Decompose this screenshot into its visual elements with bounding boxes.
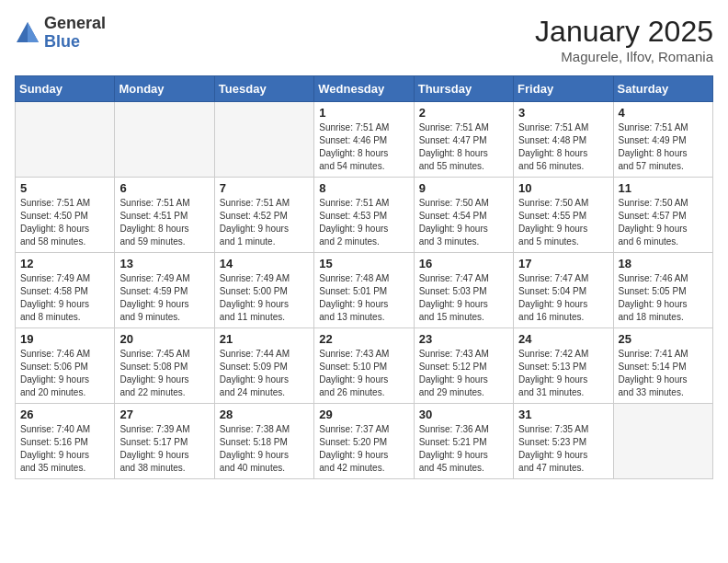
calendar-cell: 17Sunrise: 7:47 AM Sunset: 5:04 PM Dayli… — [514, 253, 613, 328]
day-number: 9 — [419, 181, 508, 195]
weekday-header-friday: Friday — [514, 76, 613, 102]
day-number: 13 — [119, 257, 209, 270]
svg-marker-1 — [28, 22, 39, 42]
calendar-cell: 14Sunrise: 7:49 AM Sunset: 5:00 PM Dayli… — [214, 253, 313, 328]
week-row-1: 5Sunrise: 7:51 AM Sunset: 4:50 PM Daylig… — [16, 178, 713, 253]
calendar-subtitle: Magurele, Ilfov, Romania — [535, 49, 713, 64]
day-number: 26 — [20, 408, 109, 421]
calendar-cell: 29Sunrise: 7:37 AM Sunset: 5:20 PM Dayli… — [314, 404, 414, 479]
day-info: Sunrise: 7:47 AM Sunset: 5:04 PM Dayligh… — [518, 272, 608, 324]
calendar-cell: 9Sunrise: 7:50 AM Sunset: 4:54 PM Daylig… — [414, 178, 513, 253]
day-info: Sunrise: 7:37 AM Sunset: 5:20 PM Dayligh… — [319, 423, 408, 475]
day-info: Sunrise: 7:46 AM Sunset: 5:06 PM Dayligh… — [20, 348, 109, 399]
calendar-cell: 22Sunrise: 7:43 AM Sunset: 5:10 PM Dayli… — [314, 328, 414, 404]
day-info: Sunrise: 7:51 AM Sunset: 4:51 PM Dayligh… — [119, 197, 209, 248]
day-number: 8 — [319, 181, 408, 195]
day-number: 28 — [220, 408, 309, 421]
day-info: Sunrise: 7:42 AM Sunset: 5:13 PM Dayligh… — [518, 348, 608, 399]
day-info: Sunrise: 7:48 AM Sunset: 5:01 PM Dayligh… — [319, 272, 408, 324]
day-number: 3 — [518, 106, 608, 120]
calendar-cell: 12Sunrise: 7:49 AM Sunset: 4:58 PM Dayli… — [16, 253, 115, 328]
calendar-cell: 26Sunrise: 7:40 AM Sunset: 5:16 PM Dayli… — [16, 404, 115, 479]
day-number: 30 — [419, 408, 508, 421]
calendar-cell — [613, 404, 712, 479]
day-number: 24 — [518, 332, 608, 346]
logo-icon — [15, 20, 40, 46]
calendar-cell: 21Sunrise: 7:44 AM Sunset: 5:09 PM Dayli… — [214, 328, 313, 404]
calendar-cell: 3Sunrise: 7:51 AM Sunset: 4:48 PM Daylig… — [514, 102, 613, 178]
day-number: 7 — [220, 181, 309, 195]
day-number: 18 — [619, 257, 708, 270]
week-row-3: 19Sunrise: 7:46 AM Sunset: 5:06 PM Dayli… — [16, 328, 713, 404]
day-number: 12 — [20, 257, 109, 270]
calendar-cell: 30Sunrise: 7:36 AM Sunset: 5:21 PM Dayli… — [414, 404, 513, 479]
day-number: 5 — [20, 181, 109, 195]
calendar-cell: 8Sunrise: 7:51 AM Sunset: 4:53 PM Daylig… — [314, 178, 414, 253]
calendar-cell — [16, 102, 115, 178]
calendar-cell: 11Sunrise: 7:50 AM Sunset: 4:57 PM Dayli… — [613, 178, 712, 253]
day-info: Sunrise: 7:51 AM Sunset: 4:52 PM Dayligh… — [220, 197, 309, 248]
day-info: Sunrise: 7:38 AM Sunset: 5:18 PM Dayligh… — [220, 423, 309, 475]
weekday-header-tuesday: Tuesday — [214, 76, 313, 102]
calendar-cell — [115, 102, 214, 178]
page-header: General Blue January 2025 Magurele, Ilfo… — [15, 15, 713, 64]
day-info: Sunrise: 7:41 AM Sunset: 5:14 PM Dayligh… — [619, 348, 708, 399]
day-number: 31 — [518, 408, 608, 421]
day-info: Sunrise: 7:39 AM Sunset: 5:17 PM Dayligh… — [119, 423, 209, 475]
day-number: 15 — [319, 257, 408, 270]
day-number: 2 — [419, 106, 508, 120]
calendar-cell: 4Sunrise: 7:51 AM Sunset: 4:49 PM Daylig… — [613, 102, 712, 178]
day-info: Sunrise: 7:44 AM Sunset: 5:09 PM Dayligh… — [220, 348, 309, 399]
calendar-cell: 2Sunrise: 7:51 AM Sunset: 4:47 PM Daylig… — [414, 102, 513, 178]
day-info: Sunrise: 7:49 AM Sunset: 4:59 PM Dayligh… — [119, 272, 209, 324]
day-info: Sunrise: 7:36 AM Sunset: 5:21 PM Dayligh… — [419, 423, 508, 475]
day-info: Sunrise: 7:51 AM Sunset: 4:48 PM Dayligh… — [518, 121, 608, 173]
day-number: 27 — [119, 408, 209, 421]
day-info: Sunrise: 7:50 AM Sunset: 4:54 PM Dayligh… — [419, 197, 508, 248]
calendar-cell: 10Sunrise: 7:50 AM Sunset: 4:55 PM Dayli… — [514, 178, 613, 253]
day-info: Sunrise: 7:43 AM Sunset: 5:10 PM Dayligh… — [319, 348, 408, 399]
calendar-cell: 28Sunrise: 7:38 AM Sunset: 5:18 PM Dayli… — [214, 404, 313, 479]
day-info: Sunrise: 7:51 AM Sunset: 4:47 PM Dayligh… — [419, 121, 508, 173]
logo: General Blue — [15, 15, 106, 52]
day-number: 1 — [319, 106, 408, 120]
day-info: Sunrise: 7:46 AM Sunset: 5:05 PM Dayligh… — [619, 272, 708, 324]
day-info: Sunrise: 7:51 AM Sunset: 4:53 PM Dayligh… — [319, 197, 408, 248]
day-number: 14 — [220, 257, 309, 270]
day-info: Sunrise: 7:50 AM Sunset: 4:57 PM Dayligh… — [619, 197, 708, 248]
day-info: Sunrise: 7:49 AM Sunset: 4:58 PM Dayligh… — [20, 272, 109, 324]
calendar-title: January 2025 — [535, 15, 713, 49]
day-info: Sunrise: 7:51 AM Sunset: 4:46 PM Dayligh… — [319, 121, 408, 173]
day-number: 22 — [319, 332, 408, 346]
day-info: Sunrise: 7:51 AM Sunset: 4:49 PM Dayligh… — [619, 121, 708, 173]
calendar-cell: 7Sunrise: 7:51 AM Sunset: 4:52 PM Daylig… — [214, 178, 313, 253]
day-number: 29 — [319, 408, 408, 421]
calendar-table: SundayMondayTuesdayWednesdayThursdayFrid… — [15, 75, 713, 479]
day-number: 10 — [518, 181, 608, 195]
calendar-cell: 20Sunrise: 7:45 AM Sunset: 5:08 PM Dayli… — [115, 328, 214, 404]
calendar-cell — [214, 102, 313, 178]
day-info: Sunrise: 7:45 AM Sunset: 5:08 PM Dayligh… — [119, 348, 209, 399]
calendar-cell: 25Sunrise: 7:41 AM Sunset: 5:14 PM Dayli… — [613, 328, 712, 404]
calendar-cell: 15Sunrise: 7:48 AM Sunset: 5:01 PM Dayli… — [314, 253, 414, 328]
day-number: 23 — [419, 332, 508, 346]
title-block: January 2025 Magurele, Ilfov, Romania — [535, 15, 713, 64]
day-number: 11 — [619, 181, 708, 195]
logo-general-text: General — [44, 15, 106, 33]
calendar-header: SundayMondayTuesdayWednesdayThursdayFrid… — [16, 76, 713, 102]
week-row-4: 26Sunrise: 7:40 AM Sunset: 5:16 PM Dayli… — [16, 404, 713, 479]
calendar-cell: 24Sunrise: 7:42 AM Sunset: 5:13 PM Dayli… — [514, 328, 613, 404]
weekday-header-saturday: Saturday — [613, 76, 712, 102]
calendar-cell: 18Sunrise: 7:46 AM Sunset: 5:05 PM Dayli… — [613, 253, 712, 328]
day-number: 20 — [119, 332, 209, 346]
calendar-body: 1Sunrise: 7:51 AM Sunset: 4:46 PM Daylig… — [16, 102, 713, 479]
day-number: 25 — [619, 332, 708, 346]
weekday-header-monday: Monday — [115, 76, 214, 102]
week-row-0: 1Sunrise: 7:51 AM Sunset: 4:46 PM Daylig… — [16, 102, 713, 178]
weekday-header-row: SundayMondayTuesdayWednesdayThursdayFrid… — [16, 76, 713, 102]
day-info: Sunrise: 7:40 AM Sunset: 5:16 PM Dayligh… — [20, 423, 109, 475]
logo-text: General Blue — [44, 15, 106, 52]
day-info: Sunrise: 7:47 AM Sunset: 5:03 PM Dayligh… — [419, 272, 508, 324]
day-info: Sunrise: 7:35 AM Sunset: 5:23 PM Dayligh… — [518, 423, 608, 475]
logo-blue-text: Blue — [44, 33, 106, 52]
